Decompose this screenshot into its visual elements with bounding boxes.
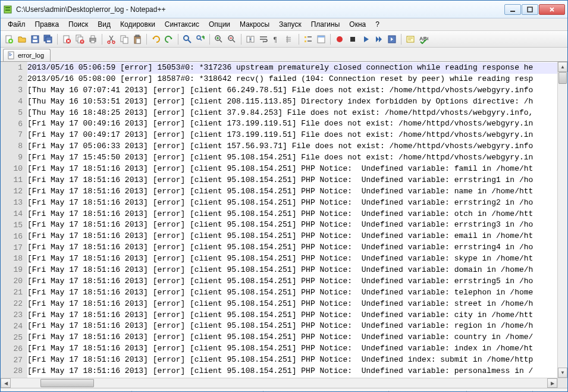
save-icon[interactable] [29,33,41,45]
text-line[interactable]: [Thu May 16 07:07:41 2013] [error] [clie… [27,85,557,96]
scroll-up-icon[interactable]: ▲ [558,62,567,72]
scroll-left-icon[interactable]: ◀ [1,378,11,388]
text-line[interactable]: [Fri May 17 18:51:16 2013] [error] [clie… [27,355,557,366]
menubar: Файл Правка Поиск Вид Кодировки Синтакси… [1,18,567,31]
vertical-scrollbar[interactable]: ▲ ▼ [557,62,567,378]
minimize-button[interactable] [504,4,521,15]
scroll-right-icon[interactable]: ▶ [547,378,557,388]
zoom-out-icon[interactable] [226,33,238,45]
scroll-thumb-h[interactable] [40,379,94,387]
copy-icon[interactable] [118,33,130,45]
menu-language[interactable]: Синтаксис [160,19,204,30]
close-all-icon[interactable] [74,33,86,45]
maximize-button[interactable] [522,4,538,15]
text-line[interactable]: [Fri May 17 18:51:16 2013] [error] [clie… [27,265,557,276]
text-line[interactable]: [Thu May 16 10:53:51 2013] [error] [clie… [27,96,557,108]
horizontal-scrollbar[interactable]: ◀ ▶ [1,378,567,388]
menu-macro[interactable]: Макросы [235,19,274,30]
tab-error-log[interactable]: error_log [3,49,51,61]
svg-rect-40 [350,37,355,42]
text-line[interactable]: [Fri May 17 15:45:50 2013] [error] [clie… [27,152,557,164]
svg-point-21 [108,41,110,43]
menu-encoding[interactable]: Кодировки [115,19,160,30]
scroll-thumb-v[interactable] [558,72,567,84]
text-area[interactable]: 2013/05/16 05:06:59 [error] 15053#0: *31… [27,62,557,378]
text-line[interactable]: [Fri May 17 18:51:16 2013] [error] [clie… [27,287,557,299]
svg-rect-2 [5,10,10,11]
menu-window[interactable]: Окна [344,19,371,30]
text-line[interactable]: [Fri May 17 18:51:16 2013] [error] [clie… [27,175,557,186]
cut-icon[interactable] [105,33,117,45]
indent-guide-icon[interactable] [284,33,296,45]
editor: 1234567891011121314151617181920212223242… [1,62,567,378]
macro-play-multi-icon[interactable] [373,33,385,45]
text-line[interactable]: [Fri May 17 00:49:16 2013] [error] [clie… [27,118,557,130]
svg-point-22 [112,41,115,43]
macro-play-icon[interactable] [360,33,372,45]
macro-record-icon[interactable] [334,33,346,45]
show-all-chars-icon[interactable]: ¶ [271,33,283,45]
text-line[interactable]: [Fri May 17 18:51:16 2013] [error] [clie… [27,343,557,355]
undo-icon[interactable] [150,33,162,45]
menu-edit[interactable]: Правка [30,19,64,30]
close-button[interactable] [539,4,565,15]
menu-file[interactable]: Файл [3,19,30,30]
new-file-icon[interactable] [3,33,15,45]
doc-map-icon[interactable] [315,33,327,45]
print-icon[interactable] [87,33,99,45]
zoom-in-icon[interactable] [213,33,225,45]
text-line[interactable]: [Fri May 17 18:51:16 2013] [error] [clie… [27,197,557,209]
svg-rect-33 [251,36,254,42]
menu-plugins[interactable]: Плагины [306,19,345,30]
close-file-icon[interactable] [61,33,73,45]
text-line[interactable]: [Fri May 17 18:51:16 2013] [error] [clie… [27,321,557,332]
svg-rect-9 [33,36,37,39]
text-line[interactable]: [Fri May 17 18:51:16 2013] [error] [clie… [27,276,557,287]
redo-icon[interactable] [163,33,175,45]
app-icon [3,5,12,14]
macro-stop-icon[interactable] [347,33,359,45]
menu-settings[interactable]: Опции [204,19,235,30]
menu-view[interactable]: Вид [93,19,115,30]
spellcheck-icon[interactable]: ABC [418,33,429,45]
text-line[interactable]: 2013/05/16 05:08:00 [error] 18587#0: *31… [27,74,557,85]
text-line[interactable]: [Fri May 17 18:51:16 2013] [error] [clie… [27,209,557,220]
menu-help[interactable]: ? [371,19,384,30]
macro-save-icon[interactable] [386,33,398,45]
text-line[interactable]: [Fri May 17 18:51:16 2013] [error] [clie… [27,253,557,265]
status-filetype: Normal text file [1,388,131,392]
text-line[interactable]: [Fri May 17 18:51:16 2013] [error] [clie… [27,219,557,231]
paste-icon[interactable] [131,33,143,45]
text-line[interactable]: [Fri May 17 05:06:33 2013] [error] [clie… [27,141,557,152]
menu-search[interactable]: Поиск [64,19,93,30]
svg-rect-36 [305,40,306,42]
replace-icon[interactable] [194,33,206,45]
svg-rect-3 [510,11,515,12]
sync-scroll-icon[interactable] [244,33,256,45]
svg-rect-26 [136,35,139,37]
tab-label: error_log [18,52,44,59]
text-line[interactable]: [Fri May 17 18:51:16 2013] [error] [clie… [27,310,557,321]
text-line[interactable]: [Fri May 17 00:49:17 2013] [error] [clie… [27,130,557,141]
text-line[interactable]: [Fri May 17 18:51:16 2013] [error] [clie… [27,366,557,377]
open-file-icon[interactable] [16,33,28,45]
word-wrap-icon[interactable] [258,33,269,45]
menu-run[interactable]: Запуск [274,19,306,30]
text-line[interactable]: [Fri May 17 18:51:16 2013] [error] [clie… [27,231,557,242]
find-icon[interactable] [181,33,193,45]
text-line[interactable]: 2013/05/16 05:06:59 [error] 15053#0: *31… [27,62,557,74]
status-mode: INS [533,388,567,392]
svg-text:¶: ¶ [274,35,277,43]
scrollbar-corner [557,378,567,388]
function-list-icon[interactable] [302,33,314,45]
text-line[interactable]: [Fri May 17 18:51:16 2013] [error] [clie… [27,242,557,253]
text-line[interactable]: [Fri May 17 18:51:16 2013] [error] [clie… [27,299,557,310]
text-line[interactable]: [Thu May 16 18:48:25 2013] [error] [clie… [27,108,557,119]
console-icon[interactable] [404,33,416,45]
text-line[interactable]: [Fri May 17 18:51:16 2013] [error] [clie… [27,332,557,343]
text-line[interactable]: [Fri May 17 18:51:16 2013] [error] [clie… [27,164,557,175]
save-all-icon[interactable] [42,33,54,45]
svg-rect-45 [9,53,11,54]
scroll-down-icon[interactable]: ▼ [558,368,567,378]
text-line[interactable]: [Fri May 17 18:51:16 2013] [error] [clie… [27,186,557,197]
